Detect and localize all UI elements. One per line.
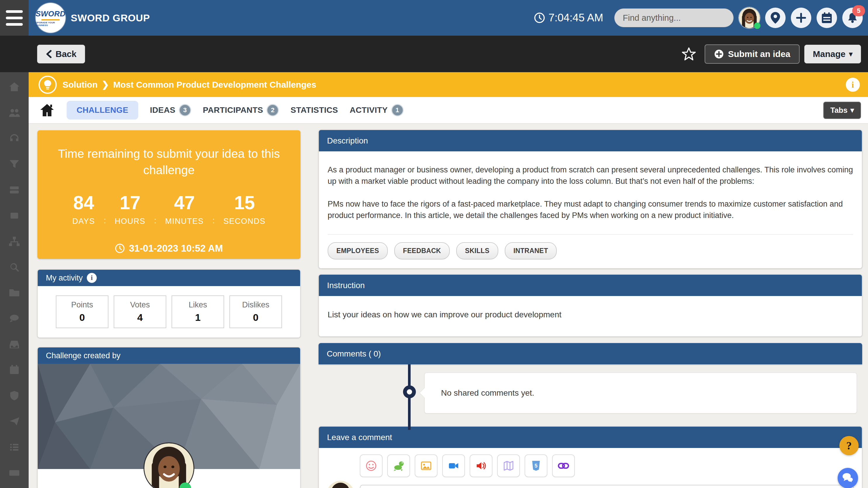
commenter-avatar xyxy=(327,481,354,488)
global-search xyxy=(614,8,734,27)
tab-home-button[interactable] xyxy=(39,103,55,118)
logo-tagline: UPGRADE YOUR BUSINESS xyxy=(36,21,65,27)
comment-input[interactable] xyxy=(360,485,854,488)
countdown-separator: : xyxy=(95,216,115,225)
sidebar-keyboard-icon[interactable] xyxy=(8,466,21,480)
sidebar-folder-icon[interactable] xyxy=(8,286,21,300)
breadcrumb-section[interactable]: Solution xyxy=(63,80,98,90)
manage-button[interactable]: Manage ▾ xyxy=(804,45,861,63)
submit-idea-button[interactable]: Submit an idea xyxy=(705,44,800,64)
description-card: Description As a product manager or busi… xyxy=(318,130,862,269)
sidebar-inbox-icon[interactable] xyxy=(8,337,21,351)
tag-feedback[interactable]: FEEDBACK xyxy=(394,242,450,260)
sidebar-calendar-icon[interactable] xyxy=(8,363,21,377)
tags-row: EMPLOYEES FEEDBACK SKILLS INTRANET xyxy=(328,235,853,268)
countdown-separator: : xyxy=(146,216,165,225)
star-icon xyxy=(682,47,696,61)
action-bar: Back Submit an idea Manage ▾ xyxy=(0,36,868,72)
notifications-button[interactable]: 5 xyxy=(842,8,863,28)
sidebar-users-icon[interactable] xyxy=(8,106,21,120)
location-button[interactable] xyxy=(765,8,785,28)
tab-participants[interactable]: PARTICIPANTS 2 xyxy=(203,104,279,116)
breadcrumb-separator: ❯ xyxy=(102,80,109,90)
image-icon xyxy=(420,460,432,472)
current-time: 7:04:45 AM xyxy=(534,12,603,24)
chat-button[interactable] xyxy=(838,468,858,488)
sidebar-list-icon[interactable] xyxy=(8,440,21,454)
tabs-dropdown-button[interactable]: Tabs ▾ xyxy=(823,102,861,119)
calendar-button[interactable] xyxy=(816,8,837,28)
leave-comment-title: Leave a comment xyxy=(327,433,392,442)
tab-statistics[interactable]: STATISTICS xyxy=(290,105,338,115)
help-button[interactable]: ? xyxy=(839,436,859,455)
creator-title: Challenge created by xyxy=(46,351,120,360)
online-status-dot xyxy=(754,23,761,29)
hamburger-bar xyxy=(6,10,23,13)
countdown-timezone: Timezone: Australia/Brisbane (GMT +10:00… xyxy=(37,258,301,259)
tab-challenge[interactable]: CHALLENGE xyxy=(67,101,138,120)
sidebar-cards-icon[interactable] xyxy=(8,183,21,197)
video-button[interactable] xyxy=(442,454,465,477)
notification-count-badge: 5 xyxy=(852,5,865,17)
logo-underline xyxy=(41,19,60,21)
link-button[interactable] xyxy=(552,454,575,477)
hamburger-menu-button[interactable] xyxy=(0,0,29,36)
map-button[interactable] xyxy=(497,454,520,477)
sidebar-chat-icon[interactable] xyxy=(8,312,21,325)
sidebar-headset-icon[interactable] xyxy=(8,132,21,145)
countdown-hours: 17 xyxy=(120,193,140,212)
gif-button[interactable] xyxy=(387,454,410,477)
challenge-banner: Solution ❯ Most Common Product Developme… xyxy=(29,72,868,97)
instruction-card: Instruction List your ideas on how we ca… xyxy=(318,274,862,337)
sidebar-sitemap-icon[interactable] xyxy=(8,235,21,248)
favorite-star-button[interactable] xyxy=(682,47,696,61)
audio-button[interactable] xyxy=(470,454,492,477)
lightbulb-icon xyxy=(38,76,57,94)
stat-value: 1 xyxy=(195,312,201,323)
countdown-seconds: 15 xyxy=(234,193,255,212)
comments-title: Comments ( 0) xyxy=(327,349,381,359)
image-button[interactable] xyxy=(415,454,437,477)
back-label: Back xyxy=(56,49,76,59)
sidebar-home-icon[interactable] xyxy=(8,80,21,94)
sidebar-filter-icon[interactable] xyxy=(8,157,21,171)
content-area: Time remaining to submit your idea to th… xyxy=(29,124,868,488)
emoji-button[interactable] xyxy=(360,454,382,477)
banner-info-button[interactable]: i xyxy=(846,78,860,92)
back-button[interactable]: Back xyxy=(37,45,85,63)
tabs-dropdown-label: Tabs xyxy=(830,106,847,115)
top-bar: SWORD UPGRADE YOUR BUSINESS SWORD GROUP … xyxy=(0,0,868,36)
instruction-header: Instruction xyxy=(319,275,862,296)
hamburger-bar xyxy=(6,23,23,26)
chat-bubbles-icon xyxy=(842,472,854,484)
my-activity-info-button[interactable]: i xyxy=(87,273,97,283)
sword-logo[interactable]: SWORD UPGRADE YOUR BUSINESS xyxy=(36,3,65,33)
svg-text:5: 5 xyxy=(534,463,537,469)
tab-activity-label: ACTIVITY xyxy=(350,105,388,115)
video-camera-icon xyxy=(447,460,460,472)
chevron-left-icon xyxy=(45,50,52,58)
search-input[interactable] xyxy=(615,13,734,23)
leave-comment-card: Leave a comment xyxy=(318,426,862,488)
html5-button[interactable]: 5 xyxy=(525,454,548,477)
sidebar-search-icon[interactable] xyxy=(8,261,21,274)
tag-intranet[interactable]: INTRANET xyxy=(505,242,557,260)
tag-employees[interactable]: EMPLOYEES xyxy=(328,242,388,260)
sidebar-send-icon[interactable] xyxy=(8,415,21,428)
tab-activity[interactable]: ACTIVITY 1 xyxy=(350,104,404,116)
home-icon xyxy=(39,103,55,118)
tag-skills[interactable]: SKILLS xyxy=(456,242,498,260)
add-button[interactable] xyxy=(791,8,811,28)
breadcrumb: Solution ❯ Most Common Product Developme… xyxy=(63,80,316,90)
sidebar-box-icon[interactable] xyxy=(8,209,21,222)
tab-ideas-count-badge: 3 xyxy=(179,104,191,116)
stat-value: 0 xyxy=(80,312,85,323)
empty-comments-text: No shared comments yet. xyxy=(441,388,534,398)
tab-bar: CHALLENGE IDEAS 3 PARTICIPANTS 2 STATIST… xyxy=(29,97,868,124)
user-avatar-button[interactable] xyxy=(739,7,760,28)
main-stack: Solution ❯ Most Common Product Developme… xyxy=(29,72,868,488)
logo-word: SWORD xyxy=(36,9,65,19)
tab-ideas[interactable]: IDEAS 3 xyxy=(150,104,191,116)
description-header: Description xyxy=(319,130,862,151)
sidebar-shield-icon[interactable] xyxy=(8,389,21,402)
